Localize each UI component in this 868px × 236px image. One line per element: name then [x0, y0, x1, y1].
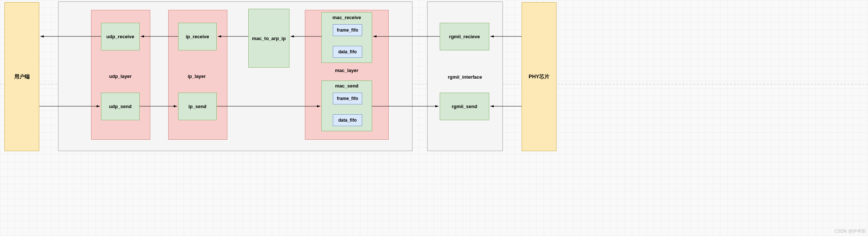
- rgmii-send: rgmii_send: [440, 93, 489, 120]
- mac-send-label: mac_send: [335, 83, 359, 89]
- udp-layer-label: udp_layer: [109, 74, 132, 79]
- watermark: CSDN @伊半阳: [834, 228, 866, 235]
- phy-chip: PHY芯片: [522, 2, 557, 151]
- mac-receive-label: mac_receive: [332, 15, 361, 20]
- ip-layer-label: ip_layer: [188, 74, 206, 79]
- mac-receive-data-fifo: data_fifo: [333, 46, 362, 58]
- mac-send-frame-fifo: frame_fifo: [333, 93, 362, 104]
- ip-send: ip_send: [178, 93, 217, 120]
- user-endpoint: 用户端: [4, 2, 39, 151]
- ip-receive: ip_receive: [178, 23, 217, 50]
- mac-receive-frame-fifo: frame_fifo: [333, 24, 362, 36]
- mac-layer-label: mac_layer: [335, 68, 359, 73]
- mac-to-arp-ip: mac_to_arp_ip: [248, 9, 289, 68]
- mac-send-data-fifo: data_fifo: [333, 114, 362, 126]
- rgmii-interface-label: rgmii_interface: [448, 74, 482, 80]
- udp-receive: udp_receive: [101, 23, 140, 50]
- udp-send: udp_send: [101, 93, 140, 120]
- rgmii-receive: rgmii_recieve: [440, 23, 489, 50]
